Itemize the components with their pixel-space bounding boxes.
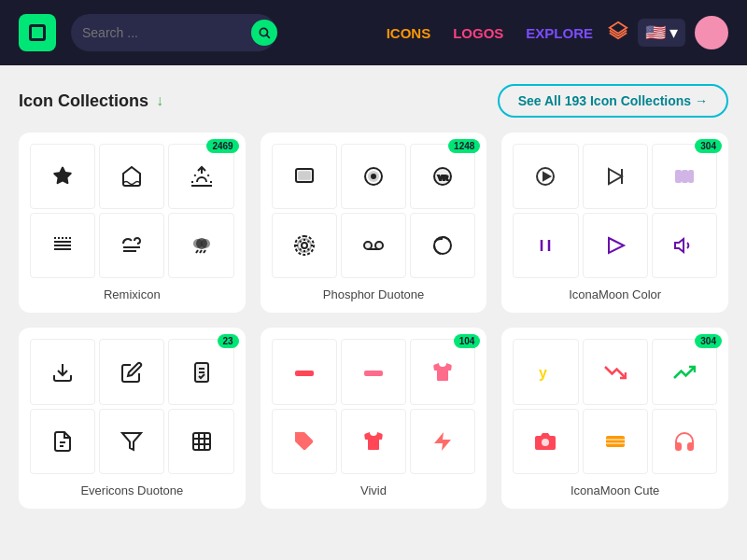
vivid-icons-grid: 104 [272,339,476,473]
remixicon-badge: 2469 [206,139,238,153]
svg-rect-21 [299,172,310,179]
icon-cell [272,213,337,278]
svg-point-30 [375,242,383,249]
icon-cell [513,144,578,209]
icon-cell [30,339,95,404]
icon-cell [341,339,406,404]
icon-cell [168,213,233,278]
phosphor-icons-grid: 1248 VR [272,144,476,278]
svg-rect-39 [689,171,693,182]
icon-cell [513,409,578,474]
phosphor-badge: 1248 [448,139,480,153]
evericons-label: Evericons Duotone [30,483,234,497]
svg-line-17 [196,250,198,253]
svg-rect-62 [606,436,625,447]
collection-card-remixicon[interactable]: 2469 [19,133,246,313]
main-content: Icon Collections ↓ See All 193 Icon Coll… [0,65,747,527]
language-selector[interactable]: 🇺🇸 ▾ [638,19,685,47]
icon-cell [30,144,95,209]
nav-links: ICONS LOGOS EXPLORE [387,25,593,41]
collection-card-iconamoon[interactable]: 304 [501,133,728,313]
search-button[interactable] [251,20,277,46]
iconamoon-icons-grid: 304 [513,144,717,278]
icon-cell [583,339,648,404]
flag-icon: 🇺🇸 [645,22,666,43]
icon-cell [583,144,648,209]
section-title: Icon Collections [19,91,148,111]
icon-cell-badge: 304 [652,339,717,404]
svg-line-19 [204,250,205,253]
svg-line-18 [200,250,202,253]
icon-cell [99,144,164,209]
icon-cell [410,213,475,278]
nav-logos-link[interactable]: LOGOS [453,25,503,41]
icon-cell [272,144,337,209]
remixicon-label: Remixicon [30,287,234,301]
collection-card-iconamoon-cute[interactable]: y 304 [501,328,728,508]
collection-card-phosphor[interactable]: 1248 VR [261,133,487,313]
svg-line-7 [207,175,208,175]
svg-marker-34 [543,173,550,180]
nav-icons-group: 🇺🇸 ▾ [608,16,728,49]
svg-rect-57 [364,371,383,376]
logo-button[interactable] [19,14,56,51]
icon-cell-badge: 104 [410,339,475,404]
collections-grid: 2469 [19,133,728,509]
icon-cell [341,144,406,209]
cute-label: IconaMoon Cute [513,483,717,497]
user-avatar[interactable] [695,16,728,49]
icon-cell [168,409,233,474]
icon-cell-badge: 23 [168,339,233,404]
icon-cell [272,409,337,474]
svg-marker-43 [675,239,684,252]
chevron-down-icon: ▾ [669,22,678,43]
logo-icon [29,24,46,41]
search-input[interactable] [82,25,246,40]
svg-point-24 [372,175,375,178]
icon-cell [272,339,337,404]
svg-point-61 [542,439,549,446]
phosphor-label: Phosphor Duotone [272,287,476,301]
icon-cell [513,213,578,278]
iconamoon-label: IconaMoon Color [513,287,717,301]
icon-cell [652,409,717,474]
icon-cell [99,409,164,474]
icon-cell [583,213,648,278]
collection-card-vivid[interactable]: 104 [261,328,487,508]
layers-icon[interactable] [608,21,628,46]
cute-icons-grid: y 304 [513,339,717,473]
icon-cell [583,409,648,474]
icon-cell-badge: 2469 [168,144,233,209]
collection-card-evericons[interactable]: 23 [19,328,246,508]
svg-rect-37 [676,171,681,182]
nav-explore-link[interactable]: EXPLORE [526,25,593,41]
icon-cell [99,339,164,404]
svg-marker-42 [609,238,624,253]
download-icon[interactable]: ↓ [156,92,163,109]
icon-cell [652,213,717,278]
icon-cell [341,409,406,474]
svg-rect-51 [193,433,210,450]
svg-line-1 [267,35,270,38]
nav-icons-link[interactable]: ICONS [387,25,431,41]
see-all-button[interactable]: See All 193 Icon Collections → [498,84,728,118]
svg-point-27 [302,243,307,248]
evericons-icons-grid: 23 [30,339,234,473]
svg-point-15 [194,240,202,247]
iconamoon-badge: 304 [695,139,722,153]
icon-cell-badge: 1248 VR [410,144,475,209]
svg-marker-50 [122,433,141,450]
icon-cell [410,409,475,474]
navbar: ICONS LOGOS EXPLORE 🇺🇸 ▾ [0,0,747,65]
svg-text:y: y [539,365,547,381]
vivid-label: Vivid [272,483,476,497]
svg-point-0 [260,28,267,35]
svg-marker-35 [609,169,622,184]
search-bar [71,14,276,51]
svg-point-16 [202,240,209,247]
svg-rect-56 [295,371,314,376]
icon-cell [341,213,406,278]
section-title-group: Icon Collections ↓ [19,91,163,111]
remixicon-icons-grid: 2469 [30,144,234,278]
cute-badge: 304 [695,334,722,348]
